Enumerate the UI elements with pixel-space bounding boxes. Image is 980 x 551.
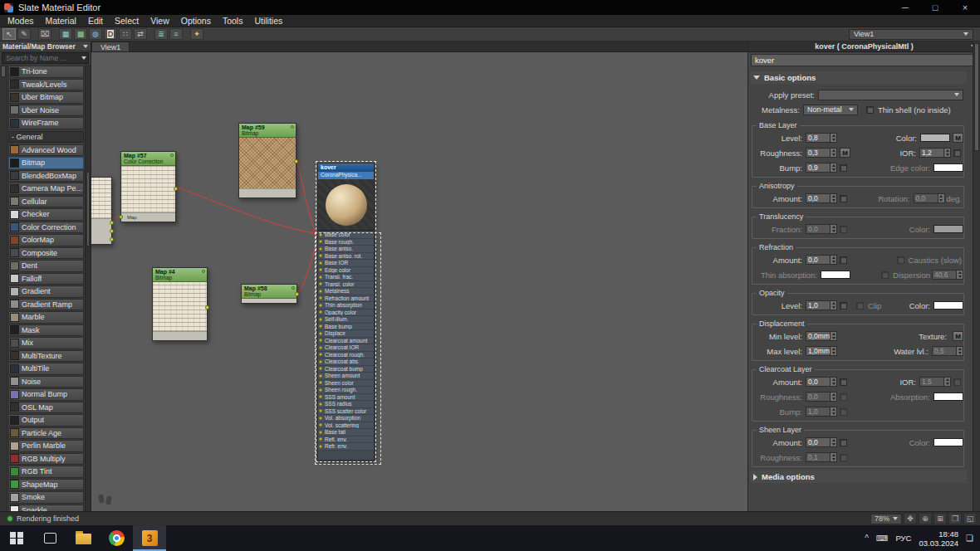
clearcoat-roughness-checkbox[interactable] (840, 393, 847, 401)
preview-toggle-dot[interactable] (291, 125, 294, 129)
slot-input-port[interactable] (319, 233, 322, 236)
node-map4[interactable]: Map #4 Bitmap (152, 267, 208, 341)
show-grid-icon[interactable]: ▩ (74, 28, 87, 40)
browser-item[interactable]: Particle Age (8, 427, 84, 440)
node-slot[interactable]: Displace (318, 329, 374, 337)
slot-input-port[interactable] (319, 240, 322, 243)
browser-header[interactable]: Material/Map Browser (0, 41, 91, 51)
slot-input-port[interactable] (319, 261, 322, 265)
clip-checkbox[interactable] (856, 302, 864, 310)
node-slot[interactable]: Transl. frac. (318, 273, 374, 280)
browser-item[interactable]: Bitmap (8, 157, 84, 169)
browser-item[interactable]: Uber Bitmap (8, 91, 84, 104)
node-slot[interactable]: Edge color (318, 266, 374, 274)
browser-item[interactable]: Sparkle (8, 505, 84, 512)
hide-unused-nodeslots-icon[interactable]: ⇄ (134, 28, 147, 40)
language-indicator[interactable]: РУС (895, 534, 911, 543)
render-preview-icon[interactable]: ✦ (190, 28, 203, 40)
displacement-map-button[interactable]: M (953, 331, 963, 341)
fraction-checkbox[interactable] (840, 226, 847, 233)
slot-input-port[interactable] (319, 395, 322, 398)
sheen-roughness-checkbox[interactable] (840, 454, 847, 461)
browser-item[interactable]: Advanced Wood (8, 144, 84, 157)
base-color-map-button[interactable]: M (953, 133, 963, 143)
clearcoat-checkbox[interactable] (840, 378, 847, 386)
node-slot[interactable]: Map (121, 213, 175, 222)
preview-toggle-dot[interactable] (202, 270, 205, 273)
slot-input-port[interactable] (319, 381, 322, 384)
slot-input-port[interactable] (319, 409, 322, 412)
slot-input-port[interactable] (319, 353, 322, 356)
pan-icon[interactable]: ✥ (904, 513, 917, 524)
node-header[interactable]: Map #59 Bitmap (239, 124, 296, 138)
browser-item[interactable]: Tri-tone (8, 66, 84, 78)
browser-item[interactable]: Perlin Marble (8, 440, 84, 452)
node-header[interactable]: Map #58 Bitmap (242, 285, 296, 299)
zoom-extents-selected-icon[interactable]: ◱ (963, 513, 977, 524)
opacity-color-swatch[interactable] (933, 301, 963, 310)
sheen-roughness-spinner[interactable]: 0,1 (806, 452, 837, 462)
slot-input-port[interactable] (319, 437, 322, 441)
hidden-icons-chevron[interactable]: ^ (865, 534, 869, 543)
show-end-result-icon[interactable]: D (104, 28, 117, 40)
close-button[interactable]: × (950, 0, 980, 15)
node-map59[interactable]: Map #59 Bitmap (238, 123, 296, 198)
node-canvas[interactable]: Map #57 Color Correction Map Map #59 (91, 52, 747, 511)
output-port[interactable] (110, 229, 114, 233)
sheen-amount-spinner[interactable]: 0,0 (806, 437, 837, 447)
node-slot[interactable]: Vol. scattering (318, 422, 374, 429)
slot-input-port[interactable] (319, 296, 322, 300)
layout-children-icon[interactable]: ≡ (169, 28, 183, 40)
minimize-button[interactable]: ─ (890, 0, 920, 15)
node-slot[interactable]: Metalness (318, 287, 374, 295)
base-color-swatch[interactable] (920, 134, 950, 142)
slot-input-port[interactable] (319, 388, 322, 392)
node-slot[interactable]: Base rough. (318, 238, 374, 246)
caustics-checkbox[interactable] (897, 256, 904, 264)
view-selector-dropdown[interactable]: View1 (849, 29, 973, 40)
node-slot[interactable]: Thin absorption (318, 301, 374, 309)
dispersion-spinner[interactable]: 40,6 (932, 270, 963, 280)
slot-input-port[interactable] (319, 268, 322, 271)
clearcoat-amount-spinner[interactable]: 0,0 (806, 377, 837, 387)
opacity-level-spinner[interactable]: 1,0 (806, 300, 837, 310)
dispersion-checkbox[interactable] (881, 271, 889, 279)
3dsmax-button[interactable]: 3 (133, 525, 166, 551)
browser-left-scrollbar[interactable] (0, 65, 7, 511)
preview-toggle-dot[interactable] (170, 154, 174, 157)
clearcoat-bump-spinner[interactable]: 1,0 (806, 407, 837, 417)
action-center-icon[interactable]: ❏ (966, 534, 973, 543)
slot-input-port[interactable] (319, 445, 322, 448)
node-slot[interactable]: SSS amount (318, 393, 374, 401)
show-background-icon[interactable]: ▦ (59, 28, 72, 40)
browser-item[interactable]: RGB Multiply (8, 453, 84, 466)
slot-input-port[interactable] (319, 254, 322, 257)
node-slot[interactable]: Sheen amount (318, 372, 374, 379)
zoom-extents-icon[interactable]: ❒ (948, 513, 962, 524)
material-preview-icon[interactable]: ◍ (89, 28, 102, 40)
browser-item[interactable]: Marble (8, 311, 84, 324)
node-slot[interactable] (91, 227, 111, 236)
node-slot[interactable]: Refl. env. (318, 436, 374, 443)
input-port[interactable] (119, 215, 123, 219)
browser-item[interactable]: Smoke (8, 491, 84, 504)
browser-item[interactable]: Falloff (8, 273, 84, 285)
section-basic-options[interactable]: Basic options (750, 71, 967, 84)
node-slot[interactable]: Refr. env. (318, 442, 374, 450)
separator[interactable] (184, 28, 189, 40)
browser-item[interactable]: MultiTexture (8, 350, 84, 363)
slot-input-port[interactable] (319, 332, 322, 335)
node-slot[interactable]: Sheen color (318, 379, 374, 387)
node-header[interactable]: Map #4 Bitmap (153, 268, 207, 282)
browser-item[interactable]: WireFrame (8, 117, 84, 129)
node-slot[interactable]: Opacity color (318, 309, 374, 316)
chrome-button[interactable] (100, 525, 133, 551)
slot-input-port[interactable] (319, 423, 322, 427)
menu-item[interactable]: View (145, 15, 175, 27)
start-button[interactable] (0, 525, 33, 551)
node-partial[interactable] (91, 177, 112, 245)
sheen-color-swatch[interactable] (933, 438, 963, 446)
file-explorer-button[interactable] (66, 525, 100, 551)
browser-item[interactable]: ShapeMap (8, 479, 84, 491)
scrollbar-thumb[interactable] (1, 66, 6, 77)
